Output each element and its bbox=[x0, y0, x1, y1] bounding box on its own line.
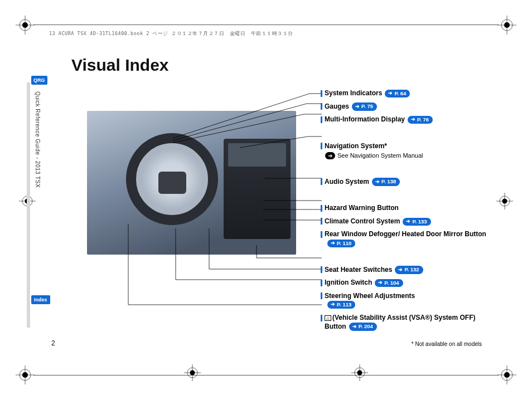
svg-point-8 bbox=[20, 369, 31, 381]
page-reference-pill[interactable]: ➔P. 104 bbox=[375, 279, 403, 287]
svg-point-12 bbox=[501, 369, 512, 381]
page-reference-pill[interactable]: ➔P. 138 bbox=[372, 178, 400, 186]
callout-tick-icon bbox=[321, 280, 322, 286]
page-reference-pill[interactable]: ➔P. 132 bbox=[395, 266, 423, 274]
doc-header: 13 ACURA TSX 4D-31TL16400.book 2 ページ ２０１… bbox=[49, 31, 293, 37]
page-reference-text: P. 132 bbox=[404, 266, 419, 273]
callout-label: Audio System bbox=[325, 178, 369, 186]
page-reference-pill[interactable]: ➔P. 75 bbox=[352, 103, 377, 110]
callout-label: Ignition Switch bbox=[325, 279, 372, 286]
callout-subnote: ➔See Navigation System Manual bbox=[325, 152, 507, 159]
callout-content: Steering Wheel Adjustments➔P. 113 bbox=[325, 292, 415, 309]
page-reference-text: P. 75 bbox=[361, 103, 373, 110]
svg-point-4 bbox=[501, 19, 512, 31]
nav-screen-graphic bbox=[228, 143, 286, 167]
callout-content: Climate Control System➔P. 133 bbox=[325, 217, 431, 226]
page-reference-text: P. 113 bbox=[337, 301, 351, 308]
arrow-right-icon: ➔ bbox=[411, 116, 415, 123]
arrow-right-icon: ➔ bbox=[375, 179, 380, 186]
page-reference-pill[interactable]: ➔P. 76 bbox=[408, 116, 433, 124]
arrow-right-icon: ➔ bbox=[388, 90, 393, 97]
index-tab[interactable]: Index bbox=[31, 295, 50, 304]
callout-item: Hazard Warning Button bbox=[321, 204, 507, 213]
callout-label: Steering Wheel Adjustments bbox=[325, 292, 415, 300]
arrow-right-icon: ➔ bbox=[355, 104, 360, 110]
callout-label: Climate Control System bbox=[325, 217, 400, 225]
callout-subnote-text: See Navigation System Manual bbox=[337, 152, 423, 159]
page-reference-text: P. 133 bbox=[412, 218, 427, 225]
callout-label: Seat Heater Switches bbox=[325, 266, 392, 274]
page-reference-text: P. 64 bbox=[394, 90, 406, 97]
callout-tick-icon bbox=[321, 116, 322, 123]
svg-point-1 bbox=[22, 22, 28, 28]
registration-mark-icon bbox=[497, 16, 516, 35]
callout-tick-icon bbox=[321, 103, 322, 110]
callout-label: System Indicators bbox=[325, 89, 382, 97]
page-reference-text: P. 110 bbox=[337, 240, 351, 247]
callout-label: Navigation System* bbox=[325, 142, 387, 150]
page-title: Visual Index bbox=[71, 56, 169, 75]
callout-item: Navigation System*➔See Navigation System… bbox=[321, 142, 507, 160]
callout-item: Rear Window Defogger/ Heated Door Mirror… bbox=[321, 230, 507, 247]
vsa-off-icon: ⚠ bbox=[325, 315, 331, 321]
page-number: 2 bbox=[51, 339, 55, 347]
sidebar-strip bbox=[27, 82, 30, 328]
page-reference-pill[interactable]: ➔P. 110 bbox=[327, 240, 355, 247]
callout-tick-icon bbox=[321, 266, 322, 273]
callout-item: Multi-Information Display➔P. 76 bbox=[321, 115, 507, 124]
page-reference-text: P. 138 bbox=[381, 178, 396, 185]
callout-item: Seat Heater Switches➔P. 132 bbox=[321, 266, 507, 275]
crop-line-top bbox=[33, 25, 499, 25]
callout-item: ⚠(Vehicle Stability Assist (VSA®) System… bbox=[321, 314, 507, 331]
svg-point-9 bbox=[22, 372, 28, 378]
callout-label: Multi-Information Display bbox=[325, 115, 405, 123]
svg-point-0 bbox=[20, 19, 31, 31]
qrg-tab[interactable]: QRG bbox=[31, 76, 47, 85]
arrow-right-icon: ➔ bbox=[406, 218, 410, 225]
callout-content: Hazard Warning Button bbox=[325, 204, 399, 213]
page-reference-text: P. 76 bbox=[417, 116, 429, 123]
callout-tick-icon bbox=[321, 315, 322, 321]
steering-wheel-graphic bbox=[126, 133, 218, 225]
crop-line-bottom bbox=[33, 375, 499, 375]
registration-mark-icon bbox=[16, 365, 35, 384]
callout-content: Gauges➔P. 75 bbox=[325, 103, 377, 111]
callout-item: Audio System➔P. 138 bbox=[321, 178, 507, 187]
page-reference-pill[interactable]: ➔P. 64 bbox=[385, 90, 410, 97]
callout-content: Seat Heater Switches➔P. 132 bbox=[325, 266, 423, 275]
callout-item: Ignition Switch➔P. 104 bbox=[321, 279, 507, 287]
arrow-right-icon: ➔ bbox=[352, 324, 357, 330]
dashboard-image bbox=[87, 111, 296, 255]
callout-tick-icon bbox=[321, 205, 322, 212]
arrow-right-icon: ➔ bbox=[398, 267, 403, 274]
callout-tick-icon bbox=[321, 231, 322, 238]
callout-tick-icon bbox=[321, 218, 322, 225]
callout-label: Hazard Warning Button bbox=[325, 204, 399, 212]
callout-label: (Vehicle Stability Assist (VSA®) System … bbox=[325, 314, 475, 330]
arrow-right-icon: ➔ bbox=[325, 152, 335, 159]
callout-item: System Indicators➔P. 64 bbox=[321, 89, 507, 98]
callout-content: Audio System➔P. 138 bbox=[325, 178, 400, 187]
callout-item: Steering Wheel Adjustments➔P. 113 bbox=[321, 292, 507, 309]
callout-content: Rear Window Defogger/ Heated Door Mirror… bbox=[325, 230, 486, 247]
footnote: * Not available on all models bbox=[412, 341, 482, 347]
callout-tick-icon bbox=[321, 143, 322, 149]
registration-mark-icon bbox=[351, 364, 368, 381]
svg-point-5 bbox=[504, 22, 510, 28]
page-reference-pill[interactable]: ➔P. 113 bbox=[327, 301, 355, 309]
callout-content: Multi-Information Display➔P. 76 bbox=[325, 115, 433, 124]
callout-label: Gauges bbox=[325, 103, 349, 110]
callout-content: Navigation System* bbox=[325, 142, 387, 151]
page-reference-pill[interactable]: ➔P. 204 bbox=[349, 323, 377, 330]
page-reference-pill[interactable]: ➔P. 133 bbox=[403, 218, 431, 226]
page-reference-text: P. 104 bbox=[384, 280, 399, 286]
page-reference-text: P. 204 bbox=[359, 323, 373, 330]
callout-label: Rear Window Defogger/ Heated Door Mirror… bbox=[325, 230, 486, 238]
callout-tick-icon bbox=[321, 178, 322, 185]
callout-item: Gauges➔P. 75 bbox=[321, 103, 507, 111]
arrow-right-icon: ➔ bbox=[331, 240, 335, 247]
svg-point-13 bbox=[504, 372, 510, 378]
callout-content: ⚠(Vehicle Stability Assist (VSA®) System… bbox=[325, 314, 492, 331]
callout-item: Climate Control System➔P. 133 bbox=[321, 217, 507, 226]
callout-list: System Indicators➔P. 64Gauges➔P. 75Multi… bbox=[321, 89, 507, 335]
